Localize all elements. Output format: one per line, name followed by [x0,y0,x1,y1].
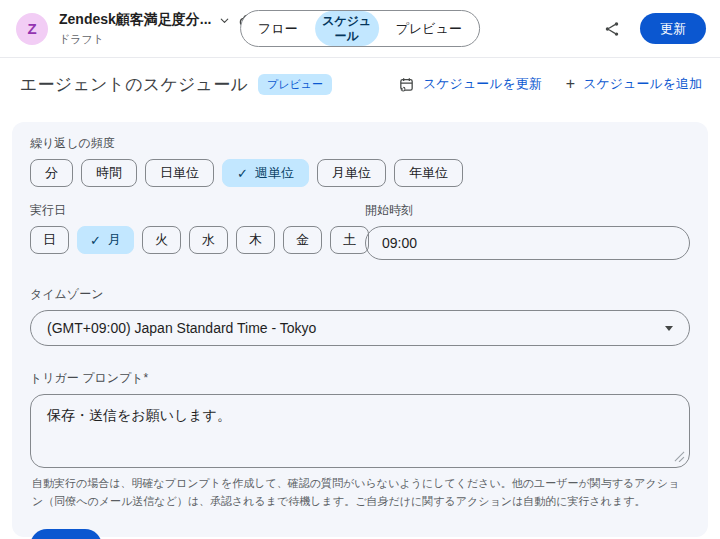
chip-sunday[interactable]: ✓ 日 [30,226,69,254]
update-schedule-label: スケジュールを更新 [423,75,542,93]
chip-monday[interactable]: ✓ 月 [77,226,134,254]
chip-hour[interactable]: ✓ 時間 [81,159,137,187]
calendar-sync-icon [398,76,415,93]
add-schedule-link[interactable]: + スケジュールを追加 [566,75,702,93]
chip-thursday[interactable]: ✓ 木 [236,226,275,254]
help-text: 自動実行の場合は、明確なプロンプトを作成して、確認の質問がいらないようにしてくだ… [30,474,690,510]
tab-flow[interactable]: フロー [241,11,315,46]
plus-icon: + [566,76,575,92]
schedule-card: 繰り返しの頻度 ✓ 分 ✓ 時間 ✓ 日単位 ✓ 週単位 ✓ 月単位 ✓ 年単位… [12,122,708,537]
chip-monthly[interactable]: ✓ 月単位 [317,159,386,187]
add-schedule-label: スケジュールを追加 [583,75,702,93]
agent-name[interactable]: Zendesk顧客満足度分... [59,11,211,29]
draft-status: ドラフト [59,32,257,47]
timezone-value: (GMT+09:00) Japan Standard Time - Tokyo [47,320,316,336]
share-icon[interactable] [603,20,621,38]
top-bar: Z Zendesk顧客満足度分... ドラフト フロー スケジュール プレビュー [0,0,720,58]
update-schedule-link[interactable]: スケジュールを更新 [398,75,542,93]
chip-weekly[interactable]: ✓ 週単位 [222,159,309,187]
page-title: エージェントのスケジュール [20,73,248,96]
day-chip-group: ✓ 日 ✓ 月 ✓ 火 ✓ 水 ✓ 木 ✓ 金 ✓ [30,226,365,254]
chevron-down-icon[interactable] [218,14,231,27]
trigger-prompt-label: トリガー プロンプト* [30,370,690,387]
timezone-label: タイムゾーン [30,286,690,303]
view-switcher: フロー スケジュール プレビュー [240,10,480,47]
chip-wednesday[interactable]: ✓ 水 [189,226,228,254]
preview-badge: プレビュー [258,74,332,95]
dropdown-arrow-icon [665,326,673,331]
check-icon: ✓ [237,167,248,180]
chip-saturday[interactable]: ✓ 土 [330,226,369,254]
start-time-input[interactable] [365,226,690,260]
chip-yearly[interactable]: ✓ 年単位 [394,159,463,187]
agent-info: Z Zendesk顧客満足度分... ドラフト [16,11,257,47]
save-button[interactable]: 保存 [30,529,102,539]
tab-preview[interactable]: プレビュー [379,11,479,46]
tab-schedule[interactable]: スケジュール [315,11,379,46]
trigger-prompt-textarea[interactable]: 保存・送信をお願いします。 [30,394,690,468]
page-header: エージェントのスケジュール プレビュー スケジュールを更新 + スケジュールを追… [0,58,720,110]
check-icon: ✓ [90,234,101,247]
chip-daily[interactable]: ✓ 日単位 [145,159,214,187]
start-time-label: 開始時刻 [365,202,690,219]
frequency-chip-group: ✓ 分 ✓ 時間 ✓ 日単位 ✓ 週単位 ✓ 月単位 ✓ 年単位 [30,159,690,187]
run-day-label: 実行日 [30,202,365,219]
timezone-select[interactable]: (GMT+09:00) Japan Standard Time - Tokyo [30,310,690,346]
chip-minute[interactable]: ✓ 分 [30,159,73,187]
agent-avatar: Z [16,13,48,45]
chip-tuesday[interactable]: ✓ 火 [142,226,181,254]
frequency-label: 繰り返しの頻度 [30,135,690,152]
update-button[interactable]: 更新 [640,13,706,44]
chip-friday[interactable]: ✓ 金 [283,226,322,254]
